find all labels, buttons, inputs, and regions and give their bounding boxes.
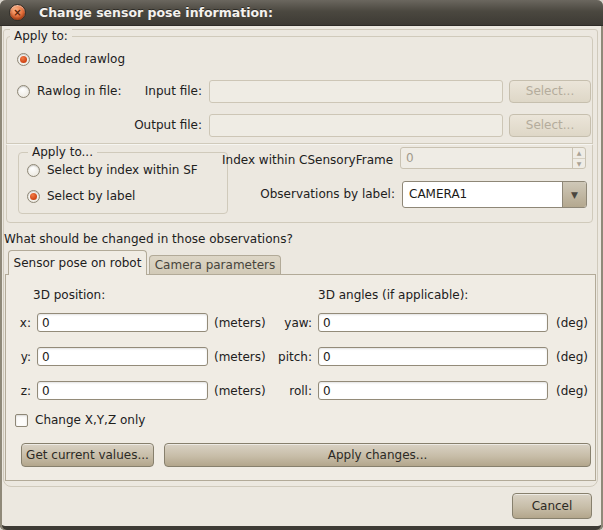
output-file-label: Output file:: [100, 118, 202, 132]
roll-unit: (deg): [556, 384, 588, 398]
output-file-field: [209, 114, 503, 137]
index-spinner-value: 0: [406, 151, 414, 165]
observations-combo-value: CAMERA1: [409, 187, 467, 202]
position-heading: 3D position:: [33, 288, 105, 302]
apply-changes-button[interactable]: Apply changes...: [164, 443, 591, 467]
observations-combo[interactable]: CAMERA1 ▼: [402, 181, 587, 208]
radio-select-by-label-label: Select by label: [47, 189, 135, 203]
window-titlebar: × Change sensor pose information:: [0, 0, 603, 26]
chevron-down-icon: ▼: [571, 190, 578, 200]
roll-input[interactable]: [318, 381, 548, 400]
dialog-window: × Change sensor pose information: Apply …: [0, 0, 603, 530]
question-label: What should be changed in those observat…: [4, 232, 293, 246]
close-button[interactable]: ×: [9, 4, 26, 21]
index-spinner: 0 ▲ ▼: [400, 147, 586, 169]
combo-dropdown-button[interactable]: ▼: [562, 182, 586, 207]
index-within-label: Index within CSensoryFrame: [222, 153, 392, 167]
pitch-input[interactable]: [318, 347, 548, 366]
radio-loaded-rawlog[interactable]: [17, 53, 30, 66]
yaw-label: yaw:: [264, 316, 312, 330]
y-input[interactable]: [37, 347, 208, 366]
tab-sensor-pose[interactable]: Sensor pose on robot: [8, 250, 147, 275]
radio-select-by-index[interactable]: [27, 164, 40, 177]
sensor-pose-tab-pane: 3D position: 3D angles (if applicable): …: [5, 274, 596, 481]
apply-to-group-label: Apply to:: [10, 29, 72, 43]
close-icon: ×: [13, 8, 21, 18]
spin-up-icon: ▲: [573, 148, 585, 159]
dialog-content: Apply to: Loaded rawlog Rawlog in file: …: [0, 26, 603, 530]
z-input[interactable]: [37, 381, 208, 400]
yaw-unit: (deg): [556, 316, 588, 330]
tab-camera-parameters[interactable]: Camera parameters: [149, 255, 281, 275]
observations-by-label-label: Observations by label:: [240, 187, 395, 201]
y-label: y:: [10, 350, 31, 364]
x-label: x:: [10, 316, 31, 330]
x-unit: (meters): [214, 316, 266, 330]
tab-camera-parameters-label: Camera parameters: [155, 258, 276, 272]
change-xyz-only-checkbox[interactable]: [15, 414, 28, 427]
pitch-label: pitch:: [264, 350, 312, 364]
roll-label: roll:: [264, 384, 312, 398]
input-file-field: [209, 80, 503, 103]
radio-loaded-rawlog-label: Loaded rawlog: [37, 52, 125, 66]
select-input-file-button: Select...: [509, 80, 591, 103]
get-current-values-button[interactable]: Get current values...: [21, 443, 154, 467]
z-label: z:: [10, 384, 31, 398]
cancel-button[interactable]: Cancel: [512, 493, 592, 519]
group-divider: [6, 143, 593, 144]
input-file-label: Input file:: [100, 84, 202, 98]
selection-groupbox: [18, 152, 228, 214]
yaw-input[interactable]: [318, 313, 548, 332]
spin-down-icon: ▼: [573, 159, 585, 169]
window-title: Change sensor pose information:: [39, 5, 273, 20]
radio-rawlog-in-file[interactable]: [17, 85, 30, 98]
tab-sensor-pose-label: Sensor pose on robot: [14, 256, 142, 270]
pitch-unit: (deg): [556, 350, 588, 364]
radio-select-by-label[interactable]: [27, 190, 40, 203]
angles-heading: 3D angles (if applicable):: [318, 288, 468, 302]
radio-select-by-index-label: Select by index within SF: [47, 163, 198, 177]
x-input[interactable]: [37, 313, 208, 332]
change-xyz-only-label: Change X,Y,Z only: [35, 413, 145, 427]
z-unit: (meters): [214, 384, 266, 398]
select-output-file-button: Select...: [509, 114, 591, 137]
y-unit: (meters): [214, 350, 266, 364]
spinner-buttons: ▲ ▼: [572, 148, 585, 168]
selection-group-label: Apply to...: [28, 145, 97, 159]
